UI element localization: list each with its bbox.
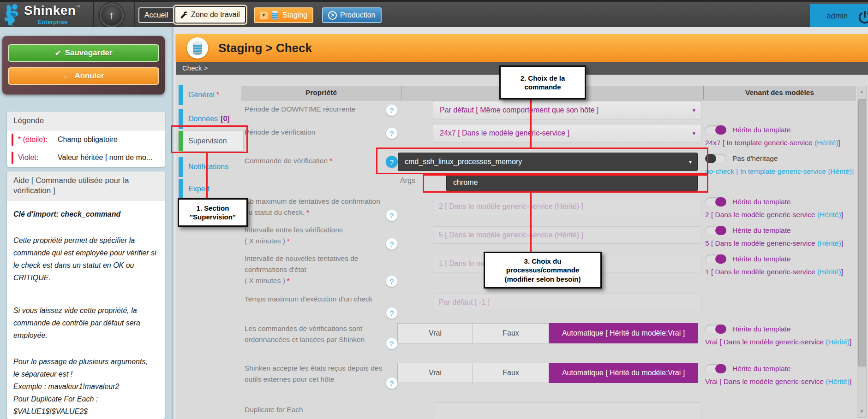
check-interval-input [433, 226, 701, 244]
inherited-value: 24x7 [ In template generic-service (Héri… [705, 137, 864, 148]
required-star: * [216, 91, 219, 99]
breadcrumb-label: Check > [182, 64, 208, 72]
topbar-separator [134, 2, 135, 29]
help-icon[interactable]: ? [386, 238, 398, 250]
annotation-line [206, 153, 208, 198]
active-checks-segmented: Vrai Faux Automatique [ Hérité du modèle… [397, 323, 699, 343]
field-label-timeout: Temps maximum d'exécution d'un check [245, 294, 385, 305]
page-title: Staging > Check [218, 41, 312, 55]
legend-term: * (étoile): [18, 136, 58, 144]
inherited-value: 5 [ Dans le modèle generic-service (Héri… [705, 238, 864, 248]
inherited-value: no-check [ In template generic-service (… [705, 166, 864, 177]
help-icon[interactable]: ? [386, 127, 398, 139]
tab-general[interactable]: Général * [179, 85, 241, 105]
staging-button[interactable]: ▼ Staging [254, 7, 313, 23]
workzone-button[interactable]: Zone de travail [174, 6, 246, 24]
field-label-retry-interval: Intervalle de nouvelles tentatives de co… [245, 253, 378, 286]
option-vrai[interactable]: Vrai [397, 323, 473, 343]
downtime-period-select[interactable]: Par défaut [ Même comportement que son h… [433, 101, 701, 119]
scroll-top-button[interactable]: ↑ [100, 3, 124, 27]
duplicate-for-each-input [433, 402, 701, 419]
tab-indicator [179, 157, 183, 177]
inherit-toggle[interactable] [705, 125, 726, 135]
tab-label: Données [188, 115, 218, 123]
check-icon: ✔ [54, 48, 61, 58]
option-automatique-selected[interactable]: Automatique [ Hérité du modèle:Vrai ] [549, 323, 698, 343]
option-faux[interactable]: Faux [473, 323, 549, 343]
inheritance-max-attempts: Hérite du template 2 [ Dans le modèle ge… [705, 196, 864, 220]
inherited-value: 2 [ Dans le modèle generic-service (Héri… [705, 209, 864, 220]
inherit-toggle[interactable] [705, 226, 726, 235]
help-icon[interactable]: ? [386, 307, 398, 319]
user-menu[interactable]: admin [810, 4, 868, 29]
annotation-line [530, 193, 532, 252]
toggle-knob [715, 197, 726, 207]
column-separator [703, 86, 704, 100]
legend-row-inherited: Violet: Valeur héritée [ nom de mo... [7, 148, 165, 166]
inherit-toggle[interactable] [705, 197, 726, 207]
annotation-rect-command-select [376, 148, 708, 174]
tab-notifications[interactable]: Notifications [179, 157, 241, 177]
home-button[interactable]: Accueil [138, 7, 174, 23]
brand-subtitle: Enterprise [38, 18, 67, 25]
question-icon: ? [390, 277, 394, 285]
database-icon [187, 37, 208, 59]
shinken-logo[interactable]: Shinken ™ Enterprise [4, 3, 80, 28]
field-label-args: Args [400, 177, 415, 185]
legend-title: Légende [7, 112, 165, 130]
option-faux[interactable]: Faux [473, 363, 549, 383]
help-icon[interactable]: ? [386, 377, 398, 389]
help-icon[interactable]: ? [386, 104, 398, 116]
save-button[interactable]: ✔ Sauvegarder [8, 44, 159, 62]
help-title: Aide [ Commande utilisée pour la vérific… [7, 171, 165, 201]
staging-dropdown-caret[interactable]: ▼ [260, 12, 268, 19]
brand-tm: ™ [76, 5, 80, 9]
action-panel: ✔ Sauvegarder ← Annuler [2, 36, 165, 94]
column-header-templates: Venant des modèles [703, 86, 856, 100]
vertical-scrollbar[interactable]: ▲ ▼ [857, 86, 867, 418]
inherit-toggle[interactable] [705, 364, 726, 373]
option-automatique-selected[interactable]: Automatique [ Hérité du modèle:Vrai ] [549, 363, 698, 383]
annotation-line [530, 100, 532, 148]
power-icon[interactable] [857, 10, 868, 28]
username-label: admin [826, 12, 848, 21]
max-attempts-input [433, 198, 701, 215]
field-label-check-command: Commande de vérification* [245, 155, 385, 166]
tab-expert[interactable]: Expert [179, 179, 241, 199]
inherit-toggle[interactable] [705, 254, 726, 264]
check-period-select[interactable]: 24x7 [ Dans le modèle generic-service ] … [433, 124, 701, 142]
production-button[interactable]: > Production [322, 7, 382, 23]
help-paragraph: Cette propriété permet de spécifier la c… [13, 234, 158, 284]
annotation-step3: 3. Choix du processus/commande (modifier… [484, 252, 602, 289]
tab-label: Notifications [188, 163, 228, 171]
help-icon[interactable]: ? [386, 337, 398, 349]
scrollbar-down-arrow[interactable]: ▼ [857, 407, 866, 416]
sidebar-divider [172, 27, 173, 419]
tab-label: Général [188, 91, 215, 99]
annotation-step1: 1. Section "Supervision" [178, 198, 248, 227]
inherit-toggle[interactable] [705, 325, 726, 334]
caret-down-icon: ▼ [692, 101, 696, 119]
cancel-button[interactable]: ← Annuler [8, 67, 159, 85]
legend-panel: Légende * (étoile): Champ obligatoire Vi… [7, 112, 165, 167]
inherit-state-label: Pas d'héritage [732, 153, 778, 164]
option-vrai[interactable]: Vrai [397, 363, 473, 383]
question-icon: ? [390, 106, 394, 114]
help-icon[interactable]: ? [386, 209, 398, 221]
question-icon: ? [390, 340, 394, 348]
inheritance-check-interval: Hérite du template 5 [ Dans le modèle ge… [705, 225, 864, 248]
scrollbar-up-arrow[interactable]: ▲ [857, 87, 866, 96]
field-label-check-interval: Intervalle entre les vérifications( X mi… [245, 224, 385, 247]
inherit-state-label: Hérite du template [732, 196, 791, 207]
field-label-max-attempts: Nb maximum de tentatives de confirmation… [245, 196, 385, 218]
inherited-value: Vrai [ Dans le modèle generic-service (H… [705, 376, 857, 387]
help-icon[interactable]: ? [386, 275, 398, 287]
shinken-mascot-icon [4, 3, 21, 28]
tab-badge: [0] [221, 115, 230, 123]
topbar: Shinken ™ Enterprise ↑ Accueil Zone de t… [0, 0, 868, 27]
form-content: Propriété Venant des modèles Général * D… [176, 75, 868, 419]
scrollbar-thumb[interactable] [858, 99, 866, 366]
chevron-right-icon: > [331, 12, 334, 18]
question-icon: ? [390, 130, 394, 137]
question-icon: ? [390, 212, 394, 219]
